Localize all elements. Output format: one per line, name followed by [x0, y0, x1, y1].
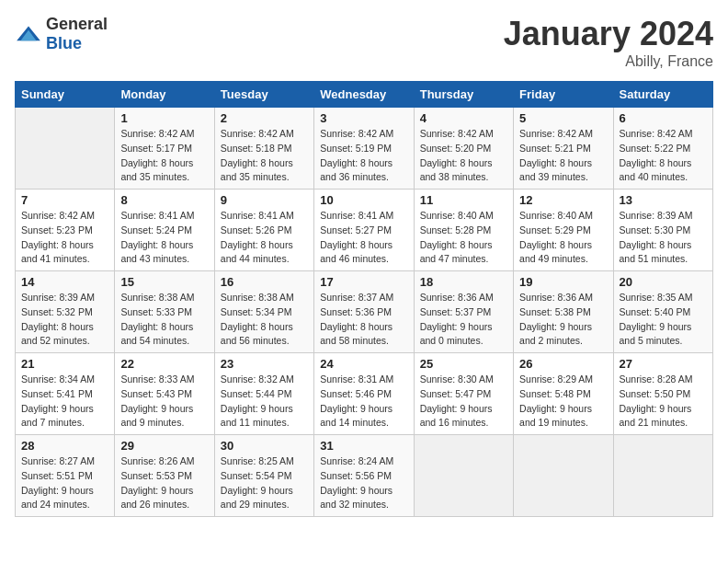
month-title: January 2024 — [504, 15, 713, 53]
day-number: 25 — [420, 357, 507, 371]
day-number: 2 — [221, 111, 308, 125]
day-detail: Sunrise: 8:29 AMSunset: 5:48 PMDaylight:… — [519, 373, 607, 431]
week-row-1: 1Sunrise: 8:42 AMSunset: 5:17 PMDaylight… — [16, 108, 713, 190]
title-area: January 2024 Abilly, France — [504, 15, 713, 70]
day-number: 26 — [519, 357, 607, 371]
day-detail: Sunrise: 8:39 AMSunset: 5:30 PMDaylight:… — [620, 209, 707, 267]
day-detail: Sunrise: 8:42 AMSunset: 5:19 PMDaylight:… — [320, 127, 407, 185]
day-number: 21 — [21, 357, 108, 371]
day-number: 15 — [120, 275, 208, 289]
day-number: 29 — [120, 439, 208, 453]
day-detail: Sunrise: 8:31 AMSunset: 5:46 PMDaylight:… — [320, 373, 407, 431]
day-detail: Sunrise: 8:42 AMSunset: 5:22 PMDaylight:… — [620, 127, 707, 185]
calendar-cell — [414, 435, 513, 517]
day-number: 11 — [420, 193, 507, 207]
day-number: 13 — [620, 193, 707, 207]
logo: General Blue — [15, 15, 108, 53]
calendar-cell: 21Sunrise: 8:34 AMSunset: 5:41 PMDayligh… — [16, 353, 115, 435]
calendar-cell: 1Sunrise: 8:42 AMSunset: 5:17 PMDaylight… — [115, 108, 214, 190]
day-number: 12 — [519, 193, 607, 207]
day-detail: Sunrise: 8:42 AMSunset: 5:21 PMDaylight:… — [519, 127, 607, 185]
day-detail: Sunrise: 8:41 AMSunset: 5:24 PMDaylight:… — [120, 209, 208, 267]
day-header-friday: Friday — [514, 82, 613, 108]
calendar-cell: 9Sunrise: 8:41 AMSunset: 5:26 PMDaylight… — [214, 190, 313, 271]
calendar-cell: 12Sunrise: 8:40 AMSunset: 5:29 PMDayligh… — [514, 190, 613, 271]
day-number: 16 — [221, 275, 308, 289]
calendar-cell: 3Sunrise: 8:42 AMSunset: 5:19 PMDaylight… — [314, 108, 414, 190]
day-header-thursday: Thursday — [414, 82, 513, 108]
day-number: 18 — [420, 275, 507, 289]
logo-icon — [15, 25, 42, 43]
day-number: 27 — [620, 357, 707, 371]
day-header-saturday: Saturday — [613, 82, 712, 108]
day-detail: Sunrise: 8:41 AMSunset: 5:26 PMDaylight:… — [221, 209, 308, 267]
day-detail: Sunrise: 8:24 AMSunset: 5:56 PMDaylight:… — [320, 454, 407, 512]
day-detail: Sunrise: 8:36 AMSunset: 5:37 PMDaylight:… — [420, 291, 507, 349]
calendar-cell: 23Sunrise: 8:32 AMSunset: 5:44 PMDayligh… — [214, 353, 313, 435]
day-number: 7 — [21, 193, 108, 207]
day-detail: Sunrise: 8:38 AMSunset: 5:34 PMDaylight:… — [221, 291, 308, 349]
day-detail: Sunrise: 8:42 AMSunset: 5:17 PMDaylight:… — [120, 127, 208, 185]
day-number: 31 — [320, 439, 407, 453]
calendar-cell: 2Sunrise: 8:42 AMSunset: 5:18 PMDaylight… — [214, 108, 313, 190]
day-detail: Sunrise: 8:36 AMSunset: 5:38 PMDaylight:… — [519, 291, 607, 349]
logo-text-blue: Blue — [46, 34, 82, 52]
calendar-cell: 13Sunrise: 8:39 AMSunset: 5:30 PMDayligh… — [613, 190, 712, 271]
calendar-cell: 31Sunrise: 8:24 AMSunset: 5:56 PMDayligh… — [314, 435, 414, 517]
day-detail: Sunrise: 8:25 AMSunset: 5:54 PMDaylight:… — [221, 454, 308, 512]
day-detail: Sunrise: 8:42 AMSunset: 5:20 PMDaylight:… — [420, 127, 507, 185]
calendar-cell: 28Sunrise: 8:27 AMSunset: 5:51 PMDayligh… — [16, 435, 115, 517]
day-number: 17 — [320, 275, 407, 289]
day-detail: Sunrise: 8:27 AMSunset: 5:51 PMDaylight:… — [21, 454, 108, 512]
calendar-cell: 22Sunrise: 8:33 AMSunset: 5:43 PMDayligh… — [115, 353, 214, 435]
day-number: 22 — [120, 357, 208, 371]
day-number: 20 — [620, 275, 707, 289]
day-number: 1 — [120, 111, 208, 125]
day-number: 10 — [320, 193, 407, 207]
day-detail: Sunrise: 8:42 AMSunset: 5:23 PMDaylight:… — [21, 209, 108, 267]
calendar-cell: 24Sunrise: 8:31 AMSunset: 5:46 PMDayligh… — [314, 353, 414, 435]
days-header-row: SundayMondayTuesdayWednesdayThursdayFrid… — [16, 82, 713, 108]
day-detail: Sunrise: 8:26 AMSunset: 5:53 PMDaylight:… — [120, 454, 208, 512]
day-number: 6 — [620, 111, 707, 125]
day-number: 4 — [420, 111, 507, 125]
calendar-table: SundayMondayTuesdayWednesdayThursdayFrid… — [15, 81, 713, 517]
calendar-cell: 26Sunrise: 8:29 AMSunset: 5:48 PMDayligh… — [514, 353, 613, 435]
day-number: 14 — [21, 275, 108, 289]
day-detail: Sunrise: 8:42 AMSunset: 5:18 PMDaylight:… — [221, 127, 308, 185]
day-detail: Sunrise: 8:40 AMSunset: 5:28 PMDaylight:… — [420, 209, 507, 267]
calendar-cell: 20Sunrise: 8:35 AMSunset: 5:40 PMDayligh… — [613, 271, 712, 353]
calendar-cell — [514, 435, 613, 517]
logo-text-general: General — [46, 15, 108, 33]
calendar-cell: 30Sunrise: 8:25 AMSunset: 5:54 PMDayligh… — [214, 435, 313, 517]
calendar-cell: 18Sunrise: 8:36 AMSunset: 5:37 PMDayligh… — [414, 271, 513, 353]
day-number: 3 — [320, 111, 407, 125]
day-detail: Sunrise: 8:38 AMSunset: 5:33 PMDaylight:… — [120, 291, 208, 349]
day-detail: Sunrise: 8:33 AMSunset: 5:43 PMDaylight:… — [120, 373, 208, 431]
day-header-monday: Monday — [115, 82, 214, 108]
day-detail: Sunrise: 8:34 AMSunset: 5:41 PMDaylight:… — [21, 373, 108, 431]
header: General Blue January 2024 Abilly, France — [15, 15, 713, 70]
day-header-tuesday: Tuesday — [214, 82, 313, 108]
day-number: 19 — [519, 275, 607, 289]
calendar-cell: 11Sunrise: 8:40 AMSunset: 5:28 PMDayligh… — [414, 190, 513, 271]
day-header-wednesday: Wednesday — [314, 82, 414, 108]
day-number: 24 — [320, 357, 407, 371]
day-detail: Sunrise: 8:40 AMSunset: 5:29 PMDaylight:… — [519, 209, 607, 267]
calendar-cell: 5Sunrise: 8:42 AMSunset: 5:21 PMDaylight… — [514, 108, 613, 190]
day-detail: Sunrise: 8:35 AMSunset: 5:40 PMDaylight:… — [620, 291, 707, 349]
calendar-cell: 17Sunrise: 8:37 AMSunset: 5:36 PMDayligh… — [314, 271, 414, 353]
calendar-cell: 4Sunrise: 8:42 AMSunset: 5:20 PMDaylight… — [414, 108, 513, 190]
day-detail: Sunrise: 8:32 AMSunset: 5:44 PMDaylight:… — [221, 373, 308, 431]
week-row-2: 7Sunrise: 8:42 AMSunset: 5:23 PMDaylight… — [16, 190, 713, 271]
calendar-cell: 15Sunrise: 8:38 AMSunset: 5:33 PMDayligh… — [115, 271, 214, 353]
calendar-cell: 14Sunrise: 8:39 AMSunset: 5:32 PMDayligh… — [16, 271, 115, 353]
calendar-cell: 8Sunrise: 8:41 AMSunset: 5:24 PMDaylight… — [115, 190, 214, 271]
calendar-cell: 29Sunrise: 8:26 AMSunset: 5:53 PMDayligh… — [115, 435, 214, 517]
day-detail: Sunrise: 8:41 AMSunset: 5:27 PMDaylight:… — [320, 209, 407, 267]
day-detail: Sunrise: 8:30 AMSunset: 5:47 PMDaylight:… — [420, 373, 507, 431]
day-header-sunday: Sunday — [16, 82, 115, 108]
day-detail: Sunrise: 8:37 AMSunset: 5:36 PMDaylight:… — [320, 291, 407, 349]
calendar-cell: 7Sunrise: 8:42 AMSunset: 5:23 PMDaylight… — [16, 190, 115, 271]
week-row-5: 28Sunrise: 8:27 AMSunset: 5:51 PMDayligh… — [16, 435, 713, 517]
